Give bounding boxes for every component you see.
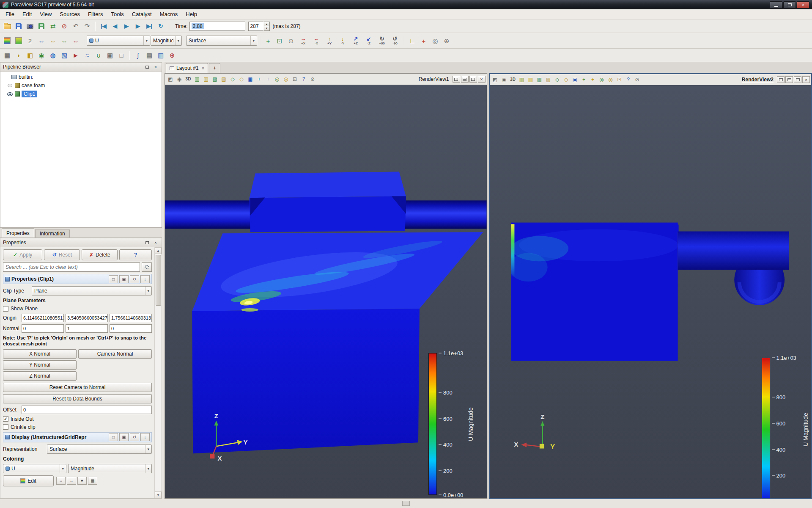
y-normal-button[interactable]: Y Normal (3, 360, 77, 370)
reset-to-data-bounds-button[interactable]: Reset to Data Bounds (3, 394, 152, 403)
restore-defaults-button[interactable]: ↺ (130, 433, 139, 441)
properties-section-header[interactable]: Properties (Clip1) □▣↺↓ (3, 274, 152, 284)
stream-tracer-filter-button[interactable]: ≈ (82, 50, 93, 61)
zoom-to-data-button[interactable]: ⊡ (274, 35, 285, 46)
contour-filter-button[interactable]: ◉ (36, 50, 47, 61)
maximize-view-button[interactable] (469, 76, 477, 83)
show-center-axes-button[interactable]: + (418, 35, 429, 46)
glyph-filter-button[interactable]: ► (70, 50, 81, 61)
interactive-select-points-button[interactable]: + (264, 75, 272, 83)
display-rescale-to-data-button[interactable]: ⇔ (56, 477, 66, 485)
maximize-view-button[interactable] (794, 76, 801, 83)
rotate-90-clockwise-button[interactable]: ↻+90 (376, 35, 388, 47)
search-options-icon[interactable] (142, 262, 152, 272)
normal-x-field[interactable]: 0 (22, 324, 64, 333)
set-view-plus-y-button[interactable]: ↑+Y (323, 35, 336, 47)
adjust-camera-button[interactable]: ◉ (500, 75, 508, 84)
clip-filter-button[interactable]: ◗ (13, 50, 24, 61)
copy-properties-button[interactable]: □ (109, 275, 118, 283)
window-minimize-button[interactable] (770, 1, 782, 8)
rescale-over-time-button[interactable]: ⇔ (70, 35, 81, 46)
visibility-eye-icon[interactable] (7, 92, 13, 96)
representation-combo[interactable]: Surface ▾ (186, 36, 257, 46)
hover-points-button[interactable]: ◎ (282, 75, 290, 83)
menu-view[interactable]: View (36, 10, 55, 19)
paste-properties-button[interactable]: ▣ (119, 433, 129, 441)
selection-help-button[interactable]: ? (299, 75, 308, 83)
scrollbar-thumb[interactable] (156, 255, 161, 306)
reset-button[interactable]: ↺Reset (44, 249, 80, 260)
adjust-camera-button[interactable]: ◉ (175, 75, 184, 83)
open-file-button[interactable] (2, 21, 13, 32)
search-input[interactable] (3, 262, 140, 272)
select-cells-polygon-button[interactable]: ◇ (553, 75, 562, 84)
toggle-color-legend-button[interactable] (2, 35, 13, 46)
selection-help-button[interactable]: ? (624, 75, 633, 84)
rescale-to-data-range-button[interactable]: ⇔ (36, 35, 47, 46)
tab-information[interactable]: Information (35, 229, 70, 237)
slice-filter-button[interactable]: ◧ (25, 50, 36, 61)
select-points-through-button[interactable]: ▨ (544, 75, 553, 84)
probe-location-button[interactable]: ⊕ (167, 50, 178, 61)
zoom-to-box-view-button[interactable]: ⊡ (291, 75, 299, 83)
clear-selection-button[interactable]: ⊘ (633, 75, 642, 84)
close-dock-button[interactable]: × (152, 64, 159, 70)
display-show-legend-button[interactable]: ▦ (88, 477, 97, 485)
color-by-array-combo[interactable]: U ▾ (87, 36, 150, 46)
pipeline-item-clip1[interactable]: Clip1 (0, 90, 162, 98)
z-normal-button[interactable]: Z Normal (3, 371, 77, 381)
reset-camera-to-normal-button[interactable]: Reset Camera to Normal (3, 383, 152, 392)
edit-color-map-button[interactable]: Edit (3, 475, 54, 486)
save-data-button[interactable] (13, 21, 24, 32)
select-points-through-button[interactable]: ▨ (219, 75, 228, 83)
set-view-plus-x-button[interactable]: →+X (297, 35, 310, 47)
paste-properties-button[interactable]: ▣ (119, 275, 129, 283)
select-points-on-button[interactable]: ▥ (527, 75, 535, 84)
menu-sources[interactable]: Sources (56, 10, 84, 19)
plot-over-line-button[interactable]: ∫ (132, 50, 143, 61)
interactive-select-points-button[interactable]: + (589, 75, 597, 84)
menu-edit[interactable]: Edit (19, 10, 36, 19)
clip-type-combo[interactable]: Plane ▾ (32, 286, 152, 295)
loop-button[interactable]: ↻ (155, 21, 166, 32)
show-orientation-axes-button[interactable]: ∟ (407, 35, 418, 46)
save-screenshot-button[interactable] (25, 21, 36, 32)
select-cells-on-button[interactable]: ▥ (193, 75, 201, 83)
hover-cells-button[interactable]: ◎ (598, 75, 606, 84)
set-view-plus-z-button[interactable]: ↗+Z (349, 35, 362, 47)
histogram-button[interactable]: ▥ (155, 50, 166, 61)
previous-frame-button[interactable]: ◀ (110, 21, 121, 32)
display-section-header[interactable]: Display (UnstructuredGridRepr □▣↺↓ (3, 432, 152, 442)
close-view-button[interactable]: × (802, 76, 810, 83)
split-view-horizontal-button[interactable] (453, 76, 460, 83)
pick-rotation-center-button[interactable]: ⊕ (441, 35, 452, 46)
edit-color-map-button[interactable] (13, 35, 24, 46)
warp-by-vector-filter-button[interactable]: ∪ (93, 50, 104, 61)
origin-y-field[interactable]: 3.540506600534271 (66, 314, 108, 322)
frame-stepper[interactable]: ▴▾ (264, 22, 270, 31)
save-defaults-button[interactable]: ↓ (140, 433, 150, 441)
layout-tab[interactable]: Layout #1 × (166, 63, 208, 73)
new-layout-tab-button[interactable]: + (209, 63, 220, 73)
select-points-polygon-button[interactable]: ◇ (237, 75, 246, 83)
split-view-vertical-button[interactable] (785, 76, 793, 83)
rotate-90-counterclockwise-button[interactable]: ↺-90 (389, 35, 401, 47)
color-legend-bar[interactable] (762, 358, 770, 498)
undo-button[interactable]: ↶ (70, 21, 81, 32)
toggle-interaction-mode-button[interactable]: ◩ (166, 75, 175, 83)
origin-x-field[interactable]: 6.114662110805511 (22, 314, 64, 322)
float-dock-button[interactable] (144, 240, 151, 246)
toggle-2d-3d-button[interactable]: 3D (184, 75, 192, 83)
render-view-2-viewport[interactable]: X Z Y 1.1e+03 800 600 400 (490, 85, 812, 498)
clear-selection-button[interactable]: ⊘ (308, 75, 317, 83)
select-cells-through-button[interactable]: ▨ (211, 75, 219, 83)
use-separate-color-map-button[interactable]: 2 (25, 35, 36, 46)
normal-y-field[interactable]: 1 (66, 324, 108, 333)
rescale-to-custom-range-button[interactable]: ⇔ (47, 35, 58, 46)
close-dock-button[interactable]: × (152, 240, 159, 246)
set-rotation-center-button[interactable]: ◎ (430, 35, 441, 46)
hover-points-button[interactable]: ◎ (606, 75, 615, 84)
representation-property-combo[interactable]: Surface ▾ (47, 444, 152, 454)
window-maximize-button[interactable] (783, 1, 796, 8)
close-view-button[interactable]: × (478, 76, 486, 83)
